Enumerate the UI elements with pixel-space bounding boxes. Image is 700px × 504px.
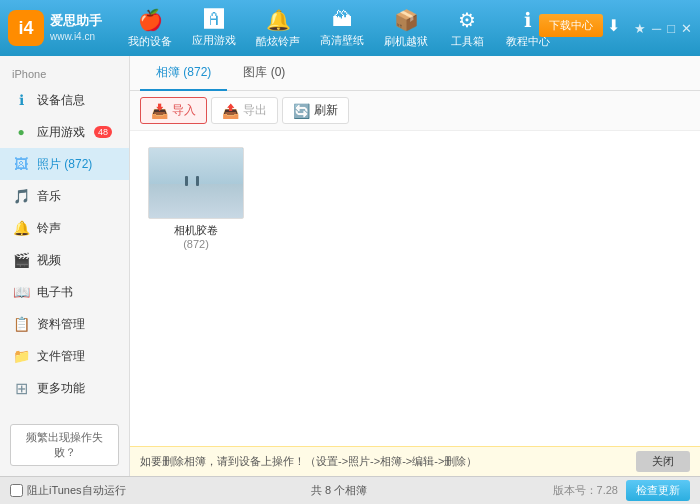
picture-icon: 🏔 xyxy=(332,8,352,31)
apps-badge: 48 xyxy=(94,126,112,138)
album-item-camera-roll[interactable]: 相机胶卷 (872) xyxy=(146,147,246,250)
sidebar-item-file-mgmt[interactable]: 📁 文件管理 xyxy=(0,340,129,372)
photo-grid: 相机胶卷 (872) xyxy=(130,131,700,446)
video-icon: 🎬 xyxy=(12,251,30,269)
hint-bar: 如要删除相簿，请到设备上操作！（设置->照片->相簿->编辑->删除） 关闭 xyxy=(130,446,700,476)
download-arrow-icon: ⬇ xyxy=(607,16,620,35)
tab-jailbreak[interactable]: 📦 刷机越狱 xyxy=(374,0,438,56)
tab-my-device[interactable]: 🍎 我的设备 xyxy=(118,0,182,56)
tab-toolbox[interactable]: ⚙ 工具箱 xyxy=(438,0,496,56)
album-name: 相机胶卷 xyxy=(174,223,218,238)
tab-apps[interactable]: 🅰 应用游戏 xyxy=(182,0,246,56)
data-icon: 📋 xyxy=(12,315,30,333)
status-bar-right: 版本号：7.28 检查更新 xyxy=(553,480,690,501)
sidebar: iPhone ℹ 设备信息 ● 应用游戏 48 🖼 照片 (872) 🎵 音乐 … xyxy=(0,56,130,476)
logo-text: 爱思助手 www.i4.cn xyxy=(50,13,102,43)
sidebar-item-ebooks[interactable]: 📖 电子书 xyxy=(0,276,129,308)
download-center-button[interactable]: 下载中心 xyxy=(539,14,603,37)
hint-close-button[interactable]: 关闭 xyxy=(636,451,690,472)
refresh-icon: 🔄 xyxy=(293,103,310,119)
sidebar-item-device-info[interactable]: ℹ 设备信息 xyxy=(0,84,129,116)
toolbar: 📥 导入 📤 导出 🔄 刷新 xyxy=(130,91,700,131)
sidebar-item-more[interactable]: ⊞ 更多功能 xyxy=(0,372,129,404)
tab-wallpaper[interactable]: 🏔 高清壁纸 xyxy=(310,0,374,56)
apps-games-icon: ● xyxy=(12,123,30,141)
bell-icon: 🔔 xyxy=(266,8,291,32)
album-count: (872) xyxy=(183,238,209,250)
star-icon: ★ xyxy=(634,21,646,36)
info-circle-icon: ℹ xyxy=(12,91,30,109)
sidebar-item-music[interactable]: 🎵 音乐 xyxy=(0,180,129,212)
minimize-icon[interactable]: ─ xyxy=(652,21,661,36)
sidebar-item-video[interactable]: 🎬 视频 xyxy=(0,244,129,276)
import-icon: 📥 xyxy=(151,103,168,119)
export-button[interactable]: 📤 导出 xyxy=(211,97,278,124)
sidebar-bottom: 频繁出现操作失败？ xyxy=(0,414,129,476)
sidebar-item-data-mgmt[interactable]: 📋 资料管理 xyxy=(0,308,129,340)
book-icon: 📖 xyxy=(12,283,30,301)
import-button[interactable]: 📥 导入 xyxy=(140,97,207,124)
album-thumbnail xyxy=(148,147,244,219)
sub-tabs: 相簿 (872) 图库 (0) xyxy=(130,56,700,91)
main-layout: iPhone ℹ 设备信息 ● 应用游戏 48 🖼 照片 (872) 🎵 音乐 … xyxy=(0,56,700,476)
info-icon: ℹ xyxy=(524,8,532,32)
itunes-checkbox-area[interactable]: 阻止iTunes自动运行 xyxy=(10,483,126,498)
trouble-button[interactable]: 频繁出现操作失败？ xyxy=(10,424,119,466)
folder-icon: 📁 xyxy=(12,347,30,365)
version-label: 版本号：7.28 xyxy=(553,483,618,498)
sidebar-item-apps-games[interactable]: ● 应用游戏 48 xyxy=(0,116,129,148)
ringtone-icon: 🔔 xyxy=(12,219,30,237)
more-icon: ⊞ xyxy=(12,379,30,397)
tab-library[interactable]: 图库 (0) xyxy=(227,56,301,91)
sidebar-group-label: iPhone xyxy=(0,64,129,84)
sidebar-item-ringtones[interactable]: 🔔 铃声 xyxy=(0,212,129,244)
tab-albums[interactable]: 相簿 (872) xyxy=(140,56,227,91)
photos-icon: 🖼 xyxy=(12,155,30,173)
hint-text: 如要删除相簿，请到设备上操作！（设置->照片->相簿->编辑->删除） xyxy=(140,454,477,469)
status-bar: 阻止iTunes自动运行 共 8 个相簿 版本号：7.28 检查更新 xyxy=(0,476,700,504)
update-button[interactable]: 检查更新 xyxy=(626,480,690,501)
apple-icon: 🍎 xyxy=(138,8,163,32)
apps-icon: 🅰 xyxy=(204,8,224,31)
close-icon[interactable]: ✕ xyxy=(681,21,692,36)
gear-icon: ⚙ xyxy=(458,8,476,32)
itunes-label: 阻止iTunes自动运行 xyxy=(27,483,126,498)
refresh-button[interactable]: 🔄 刷新 xyxy=(282,97,349,124)
status-bar-left: 阻止iTunes自动运行 xyxy=(10,483,126,498)
album-count-status: 共 8 个相簿 xyxy=(311,484,367,496)
maximize-icon[interactable]: □ xyxy=(667,21,675,36)
tab-ringtones[interactable]: 🔔 酷炫铃声 xyxy=(246,0,310,56)
sidebar-item-photos[interactable]: 🖼 照片 (872) xyxy=(0,148,129,180)
logo-area: i4 爱思助手 www.i4.cn xyxy=(8,10,118,46)
jailbreak-icon: 📦 xyxy=(394,8,419,32)
logo-icon: i4 xyxy=(8,10,44,46)
itunes-checkbox[interactable] xyxy=(10,484,23,497)
export-icon: 📤 xyxy=(222,103,239,119)
content-area: 相簿 (872) 图库 (0) 📥 导入 📤 导出 🔄 刷新 xyxy=(130,56,700,476)
music-icon: 🎵 xyxy=(12,187,30,205)
